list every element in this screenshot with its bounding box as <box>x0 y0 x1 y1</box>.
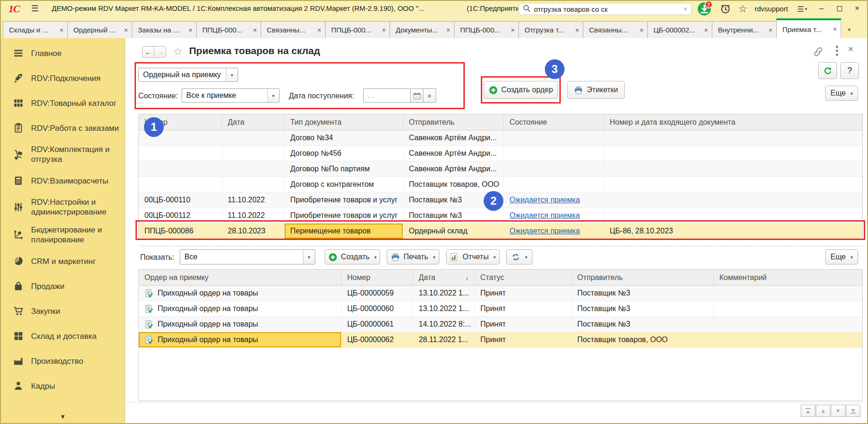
journal-type-select[interactable]: Ордерный на приемку ▾ <box>138 68 238 82</box>
table-row[interactable]: Приходный ордер на товарыЦБ-0000006114.1… <box>139 317 862 332</box>
chevron-down-icon[interactable]: ▾ <box>303 250 315 264</box>
tab-8[interactable]: ППЦБ-000...× <box>454 21 519 38</box>
more-button-top[interactable]: Еще▾ <box>825 86 858 101</box>
search-clear-icon[interactable]: × <box>684 5 687 13</box>
column-header[interactable]: Дата <box>222 114 285 130</box>
state-link[interactable]: Ожидается приемка <box>510 211 580 220</box>
exchange-button[interactable]: ▾ <box>506 249 533 264</box>
print-labels-button[interactable]: Этикетки <box>567 81 625 99</box>
chevron-down-icon[interactable]: ▾ <box>226 68 238 81</box>
tab-6[interactable]: ППЦБ-000...× <box>325 21 390 38</box>
sidebar-item-12[interactable]: Склад и доставка <box>1 328 125 344</box>
refresh-button[interactable] <box>818 62 837 79</box>
global-search-input[interactable]: отгрузка товаров со ск × <box>518 3 692 15</box>
more-commands-dots-icon[interactable] <box>835 45 839 56</box>
table-row[interactable]: Договор №456Савенков Артём Андри... <box>139 146 862 161</box>
table-row[interactable]: Приходный ордер на товарыЦБ-0000006013.1… <box>139 301 862 317</box>
column-header[interactable]: Номер и дата входящего документа <box>604 114 862 130</box>
sidebar-item-4[interactable]: RDV:Работа с заказами <box>1 120 125 136</box>
calendar-picker-button[interactable] <box>410 88 423 103</box>
tab-3[interactable]: Заказы на ...× <box>132 21 197 38</box>
tab-11[interactable]: ЦБ-000002...× <box>647 21 712 38</box>
window-close-button[interactable]: × <box>851 2 864 15</box>
history-forward-button[interactable]: → <box>154 46 166 58</box>
tab-close-icon[interactable]: × <box>833 25 837 33</box>
table-row[interactable]: Догово №34Савенков Артём Андри... <box>139 130 862 146</box>
main-menu-icon[interactable]: ☰ <box>31 3 39 14</box>
tab-2[interactable]: Ордерный ...× <box>67 21 132 38</box>
tab-10[interactable]: Связанны...× <box>583 21 648 38</box>
sidebar-item-7[interactable]: RDV:Настройки и администрирование <box>1 197 125 217</box>
column-header[interactable]: Отправитель <box>572 270 714 285</box>
tab-close-icon[interactable]: × <box>253 26 257 34</box>
go-last-row-button[interactable]: ▼ <box>846 405 860 417</box>
sidebar-collapse-icon[interactable]: ▼ <box>1 413 125 420</box>
column-header[interactable]: Номер <box>139 114 222 130</box>
go-first-row-button[interactable]: ▲ <box>801 405 815 417</box>
go-prev-row-button[interactable]: ▲ <box>816 405 830 417</box>
close-form-icon[interactable]: × <box>848 43 853 55</box>
tab-4[interactable]: ППЦБ-000...× <box>196 21 261 38</box>
sidebar-item-11[interactable]: Закупки <box>1 303 125 320</box>
tab-9[interactable]: Отгрузка т...× <box>518 21 583 38</box>
date-clear-button[interactable]: × <box>423 88 436 103</box>
sidebar-item-9[interactable]: CRM и маркетинг <box>1 253 125 270</box>
state-link[interactable]: Ожидается приемка <box>510 196 580 204</box>
column-header[interactable]: Номер <box>342 270 413 285</box>
tab-close-icon[interactable]: × <box>124 26 128 34</box>
service-menu-icon[interactable]: ☰▾ <box>796 3 808 15</box>
tab-close-icon[interactable]: × <box>446 26 450 34</box>
sidebar-item-8[interactable]: Бюджетирование и планирование <box>1 225 125 245</box>
tab-12[interactable]: Внутренни...× <box>712 21 777 38</box>
state-link[interactable]: Ожидается приемка <box>510 227 580 235</box>
history-back-button[interactable]: ← <box>142 46 154 58</box>
tab-close-icon[interactable]: × <box>769 26 772 34</box>
tab-close-icon[interactable]: × <box>640 26 644 34</box>
window-minimize-button[interactable]: – <box>815 2 828 15</box>
print-button[interactable]: Печать ▾ <box>387 249 439 264</box>
tab-close-icon[interactable]: × <box>575 26 579 34</box>
tab-close-icon[interactable]: × <box>60 26 64 34</box>
sidebar-item-10[interactable]: Продажи <box>1 278 125 295</box>
more-button-bottom[interactable]: Еще ▾ <box>825 249 858 264</box>
tab-5[interactable]: Связанны...× <box>261 21 326 38</box>
sidebar-item-5[interactable]: RDV:Комплектация и отгрузка <box>1 144 125 164</box>
column-header[interactable]: Отправитель <box>403 114 504 130</box>
window-maximize-button[interactable] <box>833 2 846 15</box>
tab-close-icon[interactable]: × <box>704 26 708 34</box>
column-header[interactable]: Тип документа <box>285 114 403 130</box>
show-filter-select[interactable]: Все ▾ <box>180 249 315 264</box>
help-button[interactable]: ? <box>840 62 859 79</box>
sidebar-item-14[interactable]: Кадры <box>1 377 125 394</box>
reports-button[interactable]: Отчеты ▾ <box>446 249 500 264</box>
column-header[interactable]: Состояние <box>504 114 604 130</box>
go-next-row-button[interactable]: ▼ <box>831 405 845 417</box>
create-order-button[interactable]: Создать ордер <box>484 81 558 99</box>
chevron-down-icon[interactable]: ▾ <box>267 89 279 102</box>
column-header[interactable]: Дата↓ <box>413 270 475 285</box>
table-row[interactable]: ППЦБ-00008628.10.2023Перемещение товаров… <box>139 224 862 239</box>
history-clock-icon[interactable] <box>719 3 732 15</box>
tab-list-dropdown-icon[interactable]: ▾ <box>841 21 857 38</box>
table-row[interactable]: Приходный ордер на товарыЦБ-0000006228.1… <box>139 332 862 348</box>
tab-close-icon[interactable]: × <box>189 26 192 34</box>
state-filter-select[interactable]: Все к приемке ▾ <box>182 88 279 103</box>
tab-close-icon[interactable]: × <box>382 26 386 34</box>
tab-7[interactable]: Документы...× <box>390 21 454 38</box>
column-header[interactable]: Комментарий <box>714 270 862 285</box>
favorites-star-icon[interactable]: ☆ <box>737 3 749 15</box>
tab-13[interactable]: Приемка т...× <box>776 18 841 38</box>
sidebar-item-13[interactable]: Производство <box>1 352 125 369</box>
column-header[interactable]: Статус <box>475 270 572 285</box>
column-header[interactable]: Ордер на приемку <box>139 270 342 285</box>
table-row[interactable]: Договор с контрагентомПоставщик товаров,… <box>139 177 862 192</box>
table-row[interactable]: 00ЦБ-00011211.10.2022Приобретение товаро… <box>139 208 862 224</box>
tab-1[interactable]: Склады и ...× <box>3 21 68 38</box>
table-row[interactable]: 00ЦБ-00011011.10.2022Приобретение товаро… <box>139 192 862 208</box>
sidebar-item-3[interactable]: RDV:Товарный каталог <box>1 95 125 112</box>
sidebar-item-2[interactable]: RDV:Подключения <box>1 70 125 87</box>
get-link-icon[interactable] <box>812 46 824 56</box>
create-button[interactable]: Создать ▾ <box>325 249 380 264</box>
table-row[interactable]: Договор №По партиямСавенков Артём Андри.… <box>139 161 862 177</box>
sidebar-item-1[interactable]: Главное <box>1 45 125 62</box>
